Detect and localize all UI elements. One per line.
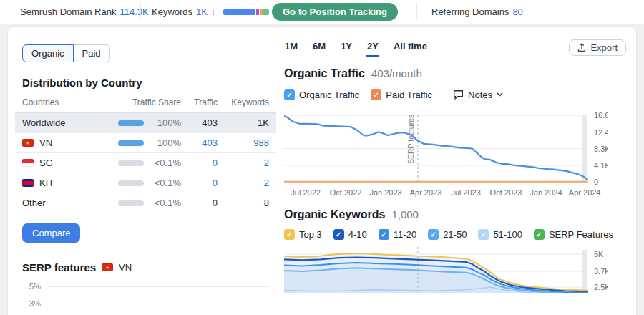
svg-text:16.6K: 16.6K [594,111,608,120]
organic-traffic-rate: 403/month [371,67,422,79]
keywords-value[interactable]: 988 [253,137,269,148]
tab-paid[interactable]: Paid [74,44,110,62]
svg-text:Jul 2022: Jul 2022 [291,188,321,197]
col-traffic-share: Traffic Share [99,97,181,107]
svg-text:Jan 2024: Jan 2024 [530,188,562,197]
country-row-other[interactable]: Other<0.1%08 [15,193,276,213]
traffic-share-value: <0.1% [151,158,181,168]
legend-51-100[interactable]: ✓51-100 [478,229,522,240]
traffic-value[interactable]: 0 [213,158,218,168]
svg-text:0: 0 [594,178,598,186]
referring-domains-value[interactable]: 80 [512,6,522,17]
checkbox-checked-icon[interactable]: ✓ [333,229,344,240]
traffic-share-value: <0.1% [151,178,181,188]
checkbox-checked-icon[interactable]: ✓ [284,229,295,240]
keywords-bar-segment [260,9,263,15]
checkbox-checked-icon[interactable]: ✓ [379,229,389,240]
sg-flag-icon [22,159,34,167]
serp-gridline-row: 3% [22,295,269,312]
keywords-value[interactable]: 2 [264,158,269,168]
vn-flag-icon: ★ [102,263,113,271]
organic-keywords-chart[interactable]: 5K3.7K2.5K [284,247,608,293]
country-table-header: Countries Traffic Share Traffic Keywords [15,97,276,113]
country-name: KH [39,178,52,188]
go-to-position-tracking-button[interactable]: Go to Position Tracking [272,3,398,21]
traffic-share-bar [118,160,144,166]
serp-features-region: VN [119,262,132,273]
kh-flag-icon [22,179,34,187]
export-button[interactable]: Export [569,39,626,56]
svg-text:4.1K: 4.1K [594,161,608,170]
traffic-share-value: <0.1% [151,198,181,208]
traffic-panel: 1M6M1Y2YAll time Export Organic Traffic … [275,27,636,315]
checkbox-checked-icon[interactable]: ✓ [371,89,381,100]
checkbox-checked-icon[interactable]: ✓ [534,229,545,240]
country-table: Countries Traffic Share Traffic Keywords… [22,97,269,213]
range-tab-all-time[interactable]: All time [393,39,428,57]
traffic-share-bar [118,180,144,186]
keywords-distribution-bar [223,9,270,15]
legend-21-50[interactable]: ✓21-50 [428,229,467,240]
chip-label: Top 3 [299,229,322,240]
gridline [48,304,269,304]
serp-features-header: SERP features ★ VN [22,261,269,273]
checkbox-checked-icon[interactable]: ✓ [284,89,295,100]
svg-text:Apr 2024: Apr 2024 [569,188,601,197]
export-label: Export [590,42,618,53]
serp-ytick-label: 3% [22,299,41,308]
keywords-legend: ✓Top 3✓4-10✓11-20✓21-50✓51-100✓SERP Feat… [284,229,626,240]
country-row-vn[interactable]: ★VN100%403988 [15,133,276,153]
chip-label: SERP Features [549,229,613,240]
keywords-value: 8 [264,198,269,208]
vn-flag-icon: ★ [22,139,34,147]
traffic-share-bar [118,140,144,146]
gridline [48,286,269,287]
range-tab-2y[interactable]: 2Y [366,39,379,57]
svg-text:5K: 5K [594,250,604,258]
compare-button[interactable]: Compare [22,223,80,243]
checkbox-checked-icon[interactable]: ✓ [428,229,439,240]
country-row-worldwide[interactable]: Worldwide100%4031K [15,113,276,133]
keywords-bar-segment [223,9,255,15]
range-tab-1y[interactable]: 1Y [340,39,353,57]
traffic-share-bar [118,200,144,206]
country-panel: OrganicPaid Distribution by Country Coun… [8,27,275,315]
organic-traffic-chart[interactable]: 16.6K12.4K8.3K4.1K0SERP featuresJul 2022… [284,108,608,201]
notes-dropdown[interactable]: Notes [453,89,503,100]
date-range-toolbar: 1M6M1Y2YAll time Export [284,39,626,57]
keywords-value[interactable]: 1K [196,6,208,17]
chip-label: 11-20 [394,229,416,240]
checkbox-checked-icon[interactable]: ✓ [478,229,489,240]
svg-text:Apr 2023: Apr 2023 [410,188,442,197]
toggle-paid-traffic[interactable]: ✓Paid Traffic [371,89,432,100]
country-name: SG [39,158,53,168]
col-countries: Countries [22,97,99,107]
top-stats-bar: Semrush Domain Rank 114.3K ↓ Keywords 1K… [0,0,644,24]
svg-text:Oct 2022: Oct 2022 [330,188,362,197]
organic-traffic-title: Organic Traffic [284,67,365,80]
serp-ytick-label: 5% [22,282,41,291]
distribution-title: Distribution by Country [22,77,269,89]
country-row-sg[interactable]: SG<0.1%02 [15,153,276,173]
legend-4-10[interactable]: ✓4-10 [333,229,367,240]
legend-top-3[interactable]: ✓Top 3 [284,229,322,240]
domain-rank-value[interactable]: 114.3K [119,6,148,17]
serp-features-chart[interactable]: 5%3%2% [22,278,269,315]
divider [444,88,444,101]
keywords-stat: Keywords 1K ↓ [152,0,270,24]
traffic-value[interactable]: 403 [202,137,218,148]
range-tab-1m[interactable]: 1M [284,39,298,57]
note-bubble-icon [453,89,464,100]
tab-organic[interactable]: Organic [22,44,74,62]
svg-text:Oct 2023: Oct 2023 [490,188,522,197]
country-row-kh[interactable]: KH<0.1%02 [15,173,276,193]
keywords-value[interactable]: 2 [264,178,269,188]
svg-text:SERP features: SERP features [406,115,415,164]
organic-traffic-header: Organic Traffic 403/month [284,67,626,80]
toggle-organic-traffic[interactable]: ✓Organic Traffic [284,89,359,100]
range-tab-6m[interactable]: 6M [312,39,326,57]
traffic-value[interactable]: 0 [213,178,218,188]
legend-11-20[interactable]: ✓11-20 [379,229,416,240]
legend-serp-features[interactable]: ✓SERP Features [534,229,613,240]
traffic-share-bar [118,120,144,126]
